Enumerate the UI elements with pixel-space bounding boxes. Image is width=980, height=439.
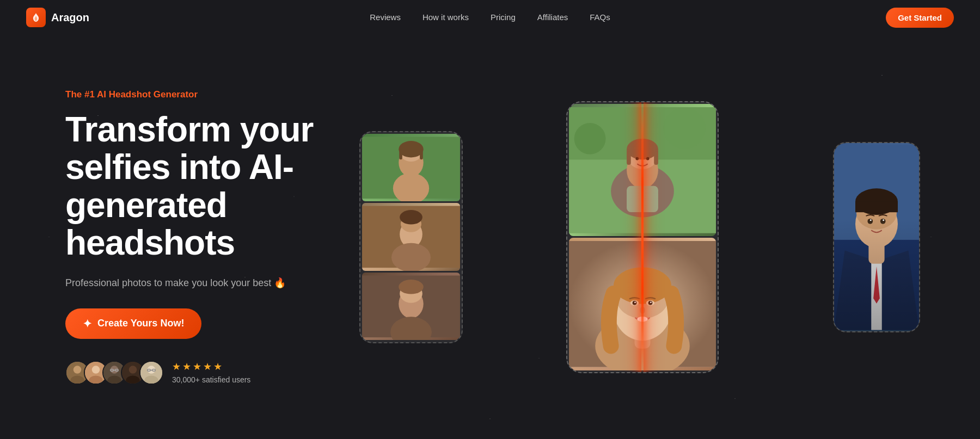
hero-subtitle: The #1 AI Headshot Generator [65,89,348,100]
photo-cell-1 [362,134,460,202]
social-proof: ★ ★ ★ ★ ★ 30,000+ satisfied users [65,361,348,385]
nav-how-it-works[interactable]: How it works [422,13,469,22]
hero-title: Transform your selfies into AI-generated… [65,111,348,261]
avatar [139,361,163,385]
svg-rect-66 [834,144,919,330]
social-text: ★ ★ ★ ★ ★ 30,000+ satisfied users [172,361,250,385]
nav-get-started-button[interactable]: Get Started [886,8,954,28]
logo-link[interactable]: Aragon [26,8,89,27]
hero-content: The #1 AI Headshot Generator Transform y… [65,89,348,384]
svg-point-41 [664,107,706,149]
star-5: ★ [213,361,222,373]
hero-visuals [348,60,936,414]
hero-cta-button[interactable]: ✦ Create Yours Now! [65,308,201,339]
svg-point-40 [574,122,606,154]
logo-text: Aragon [51,11,89,24]
photo-cell-2 [362,203,460,271]
star-2: ★ [182,361,191,373]
svg-rect-68 [871,261,882,330]
svg-point-4 [92,366,100,374]
hero-section: The #1 AI Headshot Generator Transform y… [0,35,980,439]
nav-affiliates[interactable]: Affiliates [537,13,568,22]
nav-faqs[interactable]: FAQs [590,13,610,22]
svg-point-25 [399,141,423,157]
phone-right-content [834,143,919,331]
hero-cta-label: Create Yours Now! [97,318,184,329]
svg-rect-69 [868,239,884,263]
svg-point-76 [870,219,872,221]
svg-point-7 [111,366,119,374]
svg-rect-27 [420,149,423,159]
star-1: ★ [172,361,181,373]
star-3: ★ [193,361,201,373]
phone-frame-left [359,131,463,343]
svg-point-77 [883,219,884,221]
avatar-group [65,361,163,385]
svg-rect-67 [834,239,919,330]
star-4: ★ [203,361,212,373]
svg-point-16 [148,366,156,374]
phone-frame-right [833,142,920,332]
cta-star-icon: ✦ [83,317,92,330]
svg-point-75 [880,218,886,224]
hero-description: Professional photos to make you look you… [65,277,348,289]
nav-pricing[interactable]: Pricing [491,13,516,22]
photo-grid-left [360,132,462,342]
svg-rect-26 [399,149,402,159]
nav-links: Reviews How it works Pricing Affiliates … [370,13,610,22]
svg-point-31 [400,210,422,225]
star-rating: ★ ★ ★ ★ ★ [172,361,250,373]
nav-reviews[interactable]: Reviews [370,13,401,22]
svg-point-1 [74,366,82,374]
laser-beam [641,102,644,372]
phone-frame-center [566,101,719,373]
logo-icon [26,8,46,27]
svg-point-36 [399,280,423,294]
svg-point-32 [391,243,431,271]
svg-rect-73 [855,201,898,212]
navbar: Aragon Reviews How it works Pricing Affi… [0,0,980,35]
svg-point-74 [867,218,873,224]
svg-point-13 [129,366,137,374]
user-count-text: 30,000+ satisfied users [172,375,250,384]
photo-cell-3 [362,273,460,341]
